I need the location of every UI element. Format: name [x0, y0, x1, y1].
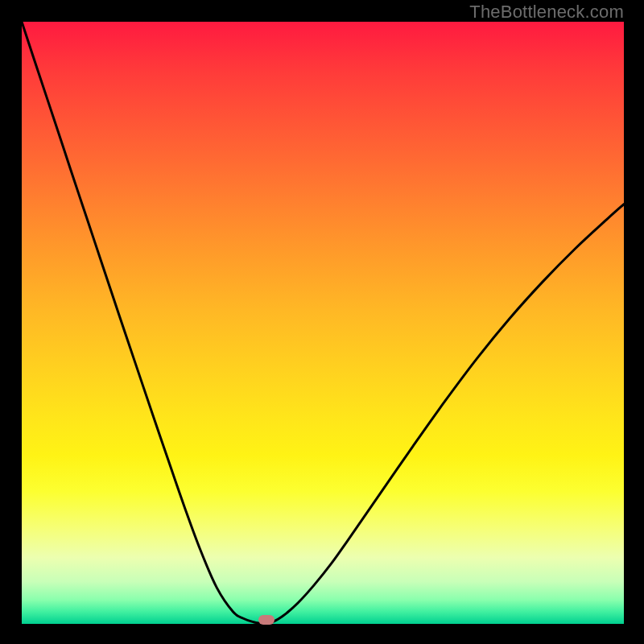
plot-area: [22, 22, 624, 624]
watermark-text: TheBottleneck.com: [469, 2, 624, 23]
chart-frame: TheBottleneck.com: [0, 0, 644, 644]
optimum-marker: [258, 615, 275, 625]
